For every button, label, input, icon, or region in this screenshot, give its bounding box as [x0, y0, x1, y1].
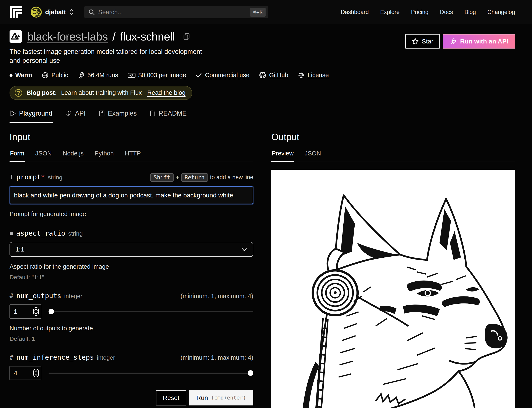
- tab-examples[interactable]: Examples: [98, 108, 137, 123]
- slider-thumb[interactable]: [248, 370, 253, 376]
- bookmark-icon: [99, 110, 105, 117]
- num-outputs-slider[interactable]: [49, 309, 253, 314]
- prompt-input[interactable]: black and white pen drawing of a dog on …: [9, 187, 253, 204]
- runs-rocket-icon: [78, 72, 85, 79]
- integer-param-icon: #: [9, 292, 13, 300]
- search-placeholder: Search...: [98, 9, 250, 16]
- aspect-ratio-help: Aspect ratio for the generated image: [9, 262, 243, 271]
- model-stats: Warm Public 56.4M runs $0.003: [9, 71, 515, 79]
- form-actions: Reset Run (cmd+enter): [9, 387, 253, 408]
- aspect-ratio-select[interactable]: 1:1: [9, 242, 253, 257]
- nav-blog[interactable]: Blog: [464, 9, 476, 16]
- steps-input[interactable]: 4: [9, 366, 41, 380]
- text-caret: [234, 191, 234, 199]
- star-button[interactable]: Star: [405, 34, 440, 49]
- output-title: Output: [271, 132, 515, 142]
- model-owner-link[interactable]: black-forest-labs: [27, 30, 108, 43]
- input-title: Input: [9, 132, 253, 142]
- nav-dashboard[interactable]: Dashboard: [341, 9, 369, 16]
- nav-docs[interactable]: Docs: [440, 9, 453, 16]
- input-format-tabs: Form JSON Node.js Python HTTP: [9, 149, 253, 162]
- input-tab-python[interactable]: Python: [94, 149, 114, 162]
- license-stat: License: [298, 72, 329, 79]
- blog-post-banner[interactable]: ? Blog post: Learn about training with F…: [9, 86, 192, 100]
- num-outputs-help: Number of outputs to generate: [9, 324, 243, 333]
- output-panel: Output Preview JSON: [271, 132, 515, 408]
- nav-changelog[interactable]: Changelog: [487, 9, 515, 16]
- banknote-icon: [128, 72, 136, 78]
- tab-api[interactable]: API: [65, 108, 86, 123]
- nav-pricing[interactable]: Pricing: [411, 9, 429, 16]
- model-name: flux-schnell: [120, 30, 175, 43]
- tab-playground[interactable]: Playground: [9, 108, 53, 123]
- shift-key: Shift: [150, 173, 174, 182]
- model-description: The fastest image generation model tailo…: [9, 47, 207, 65]
- field-aspect-ratio: ≡ aspect_ratio string 1:1 Aspect ratio f…: [9, 229, 253, 281]
- model-header: black-forest-labs / flux-schnell The fas…: [0, 24, 532, 100]
- dog-drawing: [271, 170, 515, 408]
- output-tab-preview[interactable]: Preview: [271, 149, 294, 162]
- account-menu[interactable]: djabatt: [31, 7, 74, 17]
- commercial-use: Commercial use: [195, 72, 249, 79]
- select-param-icon: ≡: [9, 230, 13, 237]
- output-format-tabs: Preview JSON: [271, 149, 515, 162]
- input-tab-nodejs[interactable]: Node.js: [62, 149, 84, 162]
- search-input[interactable]: Search... ⌘+K: [84, 6, 268, 18]
- generated-image[interactable]: [271, 170, 515, 408]
- slider-track: [49, 311, 253, 312]
- readme-doc-icon: [150, 110, 155, 117]
- globe-icon: [42, 72, 49, 79]
- field-num-outputs: # num_outputs integer (minimum: 1, maxim…: [9, 292, 253, 342]
- question-icon: ?: [15, 89, 22, 97]
- param-name-prompt: prompt*: [16, 173, 45, 181]
- model-tabs: Playground API Examples README: [0, 108, 532, 123]
- prompt-help: Prompt for generated image: [9, 210, 243, 218]
- search-icon: [88, 9, 95, 15]
- slider-thumb[interactable]: [49, 309, 54, 314]
- slider-track: [49, 373, 253, 374]
- output-tab-json[interactable]: JSON: [304, 149, 321, 162]
- license-link[interactable]: License: [308, 72, 329, 79]
- num-outputs-constraint: (minimum: 1, maximum: 4): [181, 293, 253, 300]
- chevron-updown-icon: [69, 8, 74, 16]
- play-icon: [10, 110, 16, 117]
- page-title: black-forest-labs / flux-schnell: [27, 30, 175, 43]
- tab-readme[interactable]: README: [150, 108, 187, 123]
- github-stat: GitHub: [259, 71, 288, 79]
- aspect-ratio-default: Default: "1:1": [9, 274, 253, 281]
- steps-slider[interactable]: [49, 370, 253, 376]
- input-tab-form[interactable]: Form: [9, 149, 25, 162]
- github-link[interactable]: GitHub: [269, 72, 288, 79]
- search-shortcut-badge: ⌘+K: [250, 8, 266, 17]
- input-tab-json[interactable]: JSON: [35, 149, 52, 162]
- warm-dot-icon: [9, 74, 13, 77]
- check-icon: [195, 72, 202, 79]
- num-outputs-input[interactable]: 1: [9, 305, 41, 319]
- return-key: Return: [181, 173, 208, 182]
- integer-param-icon: #: [9, 354, 13, 361]
- model-owner-logo-icon: [9, 30, 22, 43]
- rocket-icon: [449, 38, 457, 45]
- newline-hint: Shift + Return to add a new line: [150, 173, 253, 182]
- api-rocket-icon: [66, 110, 72, 117]
- run-with-api-button[interactable]: Run with an API: [443, 34, 515, 49]
- input-panel: Input Form JSON Node.js Python HTTP T pr…: [9, 132, 253, 408]
- stepper-icon[interactable]: [33, 307, 39, 316]
- replicate-logo-icon[interactable]: [9, 6, 23, 19]
- username: djabatt: [45, 8, 66, 16]
- main-nav: Dashboard Explore Pricing Docs Blog Chan…: [341, 9, 515, 16]
- price-link[interactable]: $0.003 per image: [138, 72, 186, 79]
- run-button[interactable]: Run (cmd+enter): [189, 390, 253, 406]
- commercial-use-link[interactable]: Commercial use: [205, 72, 249, 79]
- field-prompt: T prompt* string Shift + Return to add a…: [9, 173, 253, 218]
- copy-icon[interactable]: [183, 33, 190, 40]
- reset-button[interactable]: Reset: [156, 390, 186, 406]
- stepper-icon[interactable]: [33, 369, 39, 377]
- runs-count: 56.4M runs: [78, 72, 118, 79]
- nav-explore[interactable]: Explore: [380, 9, 400, 16]
- read-the-blog-link[interactable]: Read the blog: [147, 89, 186, 96]
- input-tab-http[interactable]: HTTP: [125, 149, 141, 162]
- top-header: djabatt Search... ⌘+K Dashboard Explore …: [0, 0, 532, 24]
- price-per-image: $0.003 per image: [128, 72, 186, 79]
- status-badge: Warm: [9, 72, 32, 79]
